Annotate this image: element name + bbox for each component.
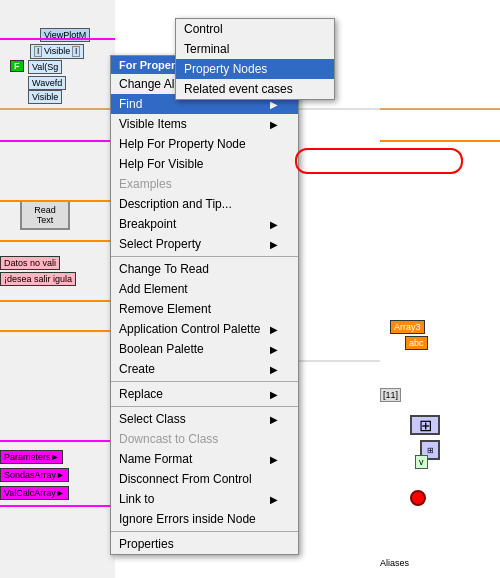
visible-items-item[interactable]: Visible Items ▶ — [111, 114, 298, 134]
downcast-to-class-item: Downcast to Class — [111, 429, 298, 449]
wavefd-block: Wavefd — [28, 76, 66, 90]
properties-label: Properties — [119, 537, 174, 551]
find-control-item[interactable]: Control — [176, 19, 334, 39]
stop-icon — [410, 490, 426, 506]
rwire2 — [380, 140, 500, 142]
visible-items-arrow: ▶ — [270, 119, 278, 130]
name-format-item[interactable]: Name Format ▶ — [111, 449, 298, 469]
app-control-palette-label: Application Control Palette — [119, 322, 260, 336]
select-class-arrow: ▶ — [270, 414, 278, 425]
find-terminal-label: Terminal — [184, 42, 229, 56]
f-block: F — [10, 60, 24, 72]
disconnect-from-control-item[interactable]: Disconnect From Control — [111, 469, 298, 489]
name-format-label: Name Format — [119, 452, 192, 466]
wire8 — [0, 440, 115, 442]
help-visible-label: Help For Visible — [119, 157, 203, 171]
wire6 — [0, 300, 115, 302]
link-to-label: Link to — [119, 492, 154, 506]
link-to-item[interactable]: Link to ▶ — [111, 489, 298, 509]
examples-item: Examples — [111, 174, 298, 194]
visible-items-label: Visible Items — [119, 117, 187, 131]
find-related-event-label: Related event cases — [184, 82, 293, 96]
find-submenu: Control Terminal Property Nodes Related … — [175, 18, 335, 100]
description-tip-item[interactable]: Description and Tip... — [111, 194, 298, 214]
create-arrow: ▶ — [270, 364, 278, 375]
sep4 — [111, 531, 298, 532]
breakpoint-label: Breakpoint — [119, 217, 176, 231]
find-terminal-item[interactable]: Terminal — [176, 39, 334, 59]
ignore-errors-item[interactable]: Ignore Errors inside Node — [111, 509, 298, 529]
change-to-read-item[interactable]: Change To Read — [111, 259, 298, 279]
wire4 — [0, 200, 115, 202]
find-related-event-item[interactable]: Related event cases — [176, 79, 334, 99]
replace-label: Replace — [119, 387, 163, 401]
remove-element-label: Remove Element — [119, 302, 211, 316]
description-tip-label: Description and Tip... — [119, 197, 232, 211]
replace-arrow: ▶ — [270, 389, 278, 400]
select-class-item[interactable]: Select Class ▶ — [111, 409, 298, 429]
v-symbol-1: v — [415, 455, 428, 469]
disconnect-label: Disconnect From Control — [119, 472, 252, 486]
properties-item[interactable]: Properties — [111, 534, 298, 554]
app-control-palette-item[interactable]: Application Control Palette ▶ — [111, 319, 298, 339]
visible-block: Ⅰ Visible Ⅰ — [30, 44, 84, 59]
abc-block: abc — [405, 336, 428, 350]
find-arrow: ▶ — [270, 99, 278, 110]
help-visible-item[interactable]: Help For Visible — [111, 154, 298, 174]
visible2-block: Visible — [28, 90, 62, 104]
boolean-palette-item[interactable]: Boolean Palette ▶ — [111, 339, 298, 359]
link-to-arrow: ▶ — [270, 494, 278, 505]
examples-label: Examples — [119, 177, 172, 191]
select-class-label: Select Class — [119, 412, 186, 426]
add-element-item[interactable]: Add Element — [111, 279, 298, 299]
create-item[interactable]: Create ▶ — [111, 359, 298, 379]
breakpoint-arrow: ▶ — [270, 219, 278, 230]
connector-block-1: ⊞ — [410, 415, 440, 435]
help-property-node-item[interactable]: Help For Property Node — [111, 134, 298, 154]
add-element-label: Add Element — [119, 282, 188, 296]
change-to-read-label: Change To Read — [119, 262, 209, 276]
find-property-nodes-label: Property Nodes — [184, 62, 267, 76]
downcast-to-class-label: Downcast to Class — [119, 432, 218, 446]
left-panel: ViewPlotM Ⅰ Visible Ⅰ F Val(Sg Wavefd Vi… — [0, 0, 115, 578]
parameters-block: Parameters► — [0, 450, 63, 464]
select-property-item[interactable]: Select Property ▶ — [111, 234, 298, 254]
create-label: Create — [119, 362, 155, 376]
datos-label: Datos no vali — [0, 256, 60, 270]
sep2 — [111, 381, 298, 382]
help-property-node-label: Help For Property Node — [119, 137, 246, 151]
sondas-array-block: SondasArray► — [0, 468, 69, 482]
wire7 — [0, 330, 115, 332]
wire5 — [0, 240, 115, 242]
sep3 — [111, 406, 298, 407]
select-property-label: Select Property — [119, 237, 201, 251]
find-property-nodes-item[interactable]: Property Nodes — [176, 59, 334, 79]
context-menu: For Property Node Change All To Read Fin… — [110, 55, 299, 555]
boolean-palette-arrow: ▶ — [270, 344, 278, 355]
app-control-arrow: ▶ — [270, 324, 278, 335]
wire1 — [0, 38, 115, 40]
val-block: Val(Sg — [28, 60, 62, 74]
wire3 — [0, 140, 115, 142]
remove-element-item[interactable]: Remove Element — [111, 299, 298, 319]
select-property-arrow: ▶ — [270, 239, 278, 250]
bracket-11: [11] — [380, 388, 401, 402]
find-label: Find — [119, 97, 142, 111]
name-format-arrow: ▶ — [270, 454, 278, 465]
replace-item[interactable]: Replace ▶ — [111, 384, 298, 404]
desea-label: ¡desea salir igula — [0, 272, 76, 286]
find-control-label: Control — [184, 22, 223, 36]
array3-block: Array3 — [390, 320, 425, 334]
sep1 — [111, 256, 298, 257]
breakpoint-item[interactable]: Breakpoint ▶ — [111, 214, 298, 234]
val-calc-array-block: ValCalcArray► — [0, 486, 69, 500]
wire9 — [0, 505, 115, 507]
right-panel: Array3 abc [11] ⊞ ⊞ v Aliases — [380, 0, 500, 578]
ignore-errors-label: Ignore Errors inside Node — [119, 512, 256, 526]
boolean-palette-label: Boolean Palette — [119, 342, 204, 356]
aliases-label: Aliases — [380, 558, 409, 568]
read-text-block: Read Text — [20, 200, 70, 230]
